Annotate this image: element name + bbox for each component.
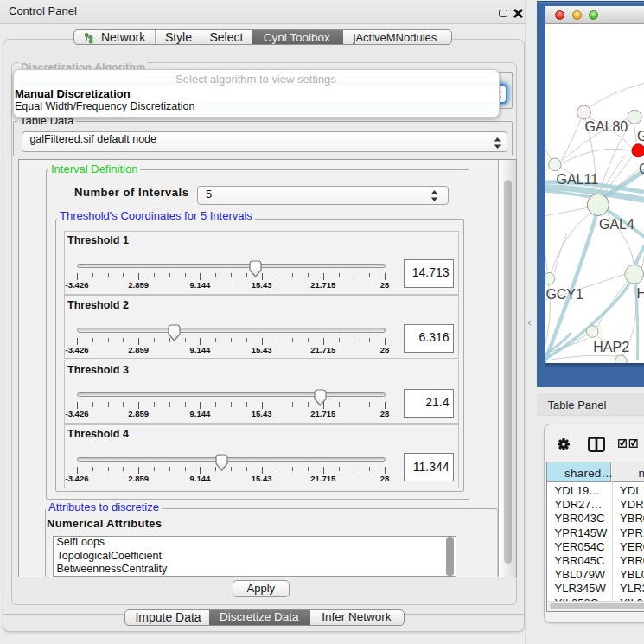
- svg-text:GAL80: GAL80: [584, 119, 628, 134]
- svg-text:GA: GA: [636, 128, 644, 143]
- svg-text:C: C: [638, 161, 644, 175]
- svg-text:GCY1: GCY1: [545, 287, 583, 302]
- svg-text:H: H: [636, 286, 644, 301]
- svg-text:GAL11: GAL11: [556, 172, 598, 187]
- svg-text:HAP2: HAP2: [593, 340, 629, 354]
- svg-text:GAL4: GAL4: [598, 217, 634, 232]
